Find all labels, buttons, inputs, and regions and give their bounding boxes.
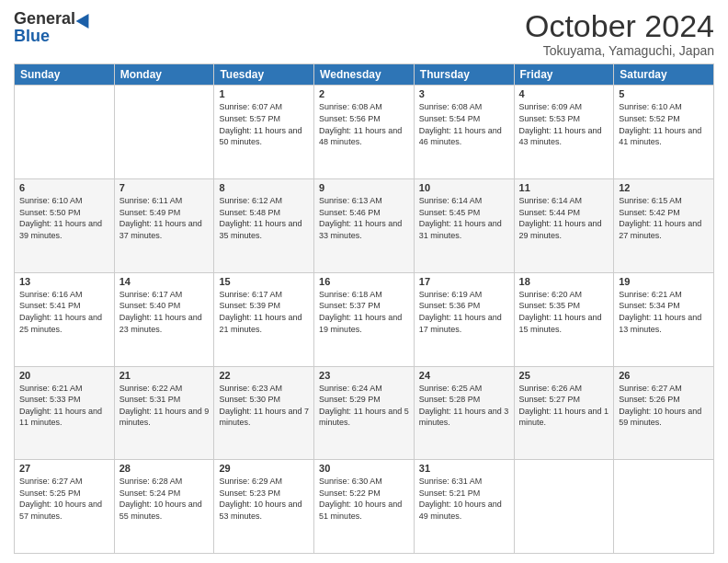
logo-text: General: [14, 9, 93, 29]
calendar-week-row: 27Sunrise: 6:27 AM Sunset: 5:25 PM Dayli…: [15, 460, 714, 554]
day-info: Sunrise: 6:17 AM Sunset: 5:40 PM Dayligh…: [119, 289, 210, 335]
calendar-cell: 24Sunrise: 6:25 AM Sunset: 5:28 PM Dayli…: [414, 366, 514, 460]
day-info: Sunrise: 6:18 AM Sunset: 5:37 PM Dayligh…: [319, 289, 409, 335]
calendar-cell: 12Sunrise: 6:15 AM Sunset: 5:42 PM Dayli…: [614, 179, 714, 273]
weekday-header: Monday: [114, 64, 214, 86]
calendar-cell: [614, 460, 714, 554]
calendar-cell: 14Sunrise: 6:17 AM Sunset: 5:40 PM Dayli…: [114, 272, 214, 366]
day-number: 16: [319, 276, 409, 287]
day-info: Sunrise: 6:08 AM Sunset: 5:56 PM Dayligh…: [319, 101, 409, 147]
location: Tokuyama, Yamaguchi, Japan: [525, 43, 714, 58]
day-number: 23: [319, 370, 409, 381]
day-info: Sunrise: 6:10 AM Sunset: 5:52 PM Dayligh…: [619, 101, 709, 147]
logo: General Blue: [14, 9, 93, 46]
day-info: Sunrise: 6:21 AM Sunset: 5:33 PM Dayligh…: [19, 383, 109, 429]
calendar-cell: [114, 86, 214, 179]
calendar-cell: 6Sunrise: 6:10 AM Sunset: 5:50 PM Daylig…: [15, 179, 115, 273]
day-info: Sunrise: 6:24 AM Sunset: 5:29 PM Dayligh…: [319, 383, 409, 429]
day-number: 24: [419, 370, 509, 381]
day-info: Sunrise: 6:17 AM Sunset: 5:39 PM Dayligh…: [219, 289, 309, 335]
page: General Blue October 2024 Tokuyama, Yama…: [0, 0, 728, 563]
day-number: 7: [119, 182, 210, 193]
day-info: Sunrise: 6:29 AM Sunset: 5:23 PM Dayligh…: [219, 476, 309, 522]
day-number: 9: [319, 182, 409, 193]
calendar-cell: 20Sunrise: 6:21 AM Sunset: 5:33 PM Dayli…: [15, 366, 115, 460]
weekday-header: Friday: [514, 64, 614, 86]
day-info: Sunrise: 6:19 AM Sunset: 5:36 PM Dayligh…: [419, 289, 509, 335]
calendar-cell: 25Sunrise: 6:26 AM Sunset: 5:27 PM Dayli…: [514, 366, 614, 460]
logo-icon: [76, 9, 96, 28]
day-number: 15: [219, 276, 309, 287]
day-info: Sunrise: 6:12 AM Sunset: 5:48 PM Dayligh…: [219, 195, 309, 241]
title-section: October 2024 Tokuyama, Yamaguchi, Japan: [525, 9, 714, 58]
calendar-cell: 4Sunrise: 6:09 AM Sunset: 5:53 PM Daylig…: [514, 86, 614, 179]
calendar-cell: 11Sunrise: 6:14 AM Sunset: 5:44 PM Dayli…: [514, 179, 614, 273]
calendar-cell: 16Sunrise: 6:18 AM Sunset: 5:37 PM Dayli…: [314, 272, 415, 366]
day-number: 1: [219, 88, 309, 99]
day-number: 26: [619, 370, 709, 381]
day-number: 27: [19, 463, 109, 474]
calendar-cell: 30Sunrise: 6:30 AM Sunset: 5:22 PM Dayli…: [314, 460, 415, 554]
day-number: 5: [619, 88, 709, 99]
calendar-cell: 1Sunrise: 6:07 AM Sunset: 5:57 PM Daylig…: [214, 86, 314, 179]
calendar-cell: 10Sunrise: 6:14 AM Sunset: 5:45 PM Dayli…: [414, 179, 514, 273]
day-number: 6: [19, 182, 109, 193]
logo-general: General: [14, 9, 75, 29]
day-number: 25: [519, 370, 609, 381]
day-number: 20: [19, 370, 109, 381]
calendar-cell: [15, 86, 115, 179]
day-info: Sunrise: 6:27 AM Sunset: 5:26 PM Dayligh…: [619, 383, 709, 429]
day-number: 3: [419, 88, 509, 99]
day-info: Sunrise: 6:20 AM Sunset: 5:35 PM Dayligh…: [519, 289, 609, 335]
calendar-cell: 2Sunrise: 6:08 AM Sunset: 5:56 PM Daylig…: [314, 86, 415, 179]
day-number: 13: [19, 276, 109, 287]
day-info: Sunrise: 6:22 AM Sunset: 5:31 PM Dayligh…: [119, 383, 210, 429]
calendar-cell: 9Sunrise: 6:13 AM Sunset: 5:46 PM Daylig…: [314, 179, 415, 273]
day-info: Sunrise: 6:14 AM Sunset: 5:44 PM Dayligh…: [519, 195, 609, 241]
calendar-week-row: 6Sunrise: 6:10 AM Sunset: 5:50 PM Daylig…: [15, 179, 714, 273]
weekday-header: Wednesday: [314, 64, 415, 86]
calendar-cell: 18Sunrise: 6:20 AM Sunset: 5:35 PM Dayli…: [514, 272, 614, 366]
day-number: 2: [319, 88, 409, 99]
day-info: Sunrise: 6:21 AM Sunset: 5:34 PM Dayligh…: [619, 289, 709, 335]
day-info: Sunrise: 6:15 AM Sunset: 5:42 PM Dayligh…: [619, 195, 709, 241]
day-number: 8: [219, 182, 309, 193]
day-info: Sunrise: 6:14 AM Sunset: 5:45 PM Dayligh…: [419, 195, 509, 241]
day-info: Sunrise: 6:10 AM Sunset: 5:50 PM Dayligh…: [19, 195, 109, 241]
day-number: 17: [419, 276, 509, 287]
calendar-cell: 26Sunrise: 6:27 AM Sunset: 5:26 PM Dayli…: [614, 366, 714, 460]
day-info: Sunrise: 6:26 AM Sunset: 5:27 PM Dayligh…: [519, 383, 609, 429]
day-number: 14: [119, 276, 210, 287]
day-info: Sunrise: 6:31 AM Sunset: 5:21 PM Dayligh…: [419, 476, 509, 522]
calendar-cell: 29Sunrise: 6:29 AM Sunset: 5:23 PM Dayli…: [214, 460, 314, 554]
day-number: 22: [219, 370, 309, 381]
day-info: Sunrise: 6:13 AM Sunset: 5:46 PM Dayligh…: [319, 195, 409, 241]
calendar-cell: 28Sunrise: 6:28 AM Sunset: 5:24 PM Dayli…: [114, 460, 214, 554]
day-number: 21: [119, 370, 210, 381]
calendar-cell: 8Sunrise: 6:12 AM Sunset: 5:48 PM Daylig…: [214, 179, 314, 273]
day-number: 19: [619, 276, 709, 287]
weekday-header: Tuesday: [214, 64, 314, 86]
day-number: 29: [219, 463, 309, 474]
calendar-cell: 27Sunrise: 6:27 AM Sunset: 5:25 PM Dayli…: [15, 460, 115, 554]
day-number: 11: [519, 182, 609, 193]
calendar-cell: 7Sunrise: 6:11 AM Sunset: 5:49 PM Daylig…: [114, 179, 214, 273]
day-info: Sunrise: 6:27 AM Sunset: 5:25 PM Dayligh…: [19, 476, 109, 522]
day-number: 12: [619, 182, 709, 193]
weekday-header: Thursday: [414, 64, 514, 86]
header: General Blue October 2024 Tokuyama, Yama…: [14, 9, 714, 58]
logo-blue: Blue: [14, 27, 50, 45]
day-info: Sunrise: 6:16 AM Sunset: 5:41 PM Dayligh…: [19, 289, 109, 335]
calendar-header-row: SundayMondayTuesdayWednesdayThursdayFrid…: [15, 64, 714, 86]
day-number: 31: [419, 463, 509, 474]
calendar-week-row: 13Sunrise: 6:16 AM Sunset: 5:41 PM Dayli…: [15, 272, 714, 366]
day-info: Sunrise: 6:07 AM Sunset: 5:57 PM Dayligh…: [219, 101, 309, 147]
calendar-cell: 23Sunrise: 6:24 AM Sunset: 5:29 PM Dayli…: [314, 366, 415, 460]
day-number: 30: [319, 463, 409, 474]
calendar-cell: 5Sunrise: 6:10 AM Sunset: 5:52 PM Daylig…: [614, 86, 714, 179]
calendar-cell: 19Sunrise: 6:21 AM Sunset: 5:34 PM Dayli…: [614, 272, 714, 366]
calendar-table: SundayMondayTuesdayWednesdayThursdayFrid…: [14, 63, 714, 554]
calendar-cell: 31Sunrise: 6:31 AM Sunset: 5:21 PM Dayli…: [414, 460, 514, 554]
day-number: 4: [519, 88, 609, 99]
calendar-cell: 17Sunrise: 6:19 AM Sunset: 5:36 PM Dayli…: [414, 272, 514, 366]
